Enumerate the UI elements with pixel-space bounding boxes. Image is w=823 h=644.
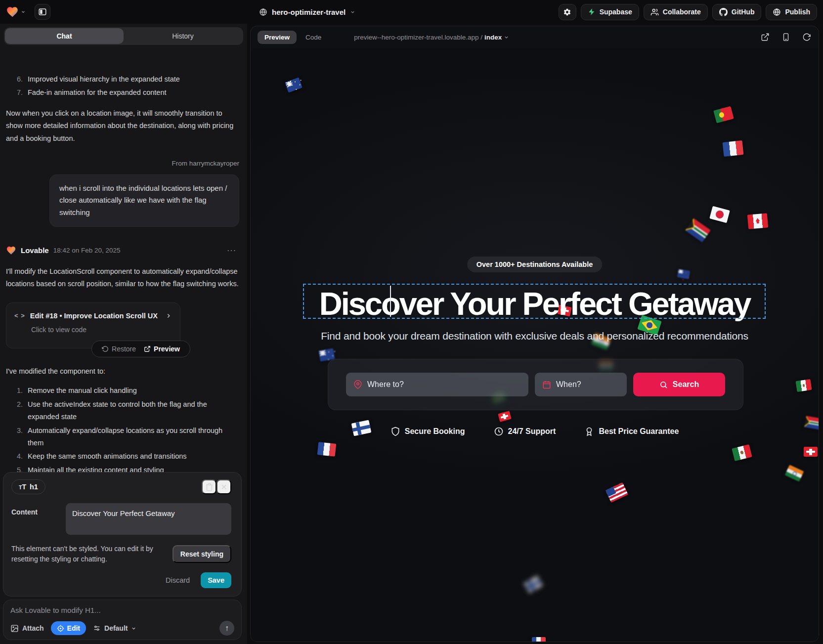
- edit-mode-button[interactable]: Edit: [51, 621, 86, 635]
- message-menu-button[interactable]: ···: [227, 244, 236, 258]
- refresh-button[interactable]: [802, 32, 812, 42]
- external-link-icon: [144, 345, 151, 352]
- feature-price-guarantee: Best Price Guarantee: [584, 427, 679, 436]
- search-button[interactable]: Search: [633, 373, 725, 396]
- tab-preview[interactable]: Preview: [258, 31, 297, 44]
- reset-styling-button[interactable]: Reset styling: [173, 545, 231, 563]
- flag-fi-icon: [523, 576, 543, 594]
- github-button[interactable]: GitHub: [712, 4, 762, 20]
- list-item: 3.Automatically expand/collapse location…: [6, 425, 239, 450]
- mobile-view-button[interactable]: [781, 32, 791, 42]
- save-button[interactable]: Save: [201, 572, 231, 588]
- model-selector[interactable]: Default: [93, 624, 136, 632]
- when-input[interactable]: When?: [535, 373, 627, 396]
- flag-pt-icon: [713, 106, 734, 123]
- content-label: Content: [11, 503, 59, 535]
- preview-viewport[interactable]: Over 1000+ Destinations Available Discov…: [251, 48, 819, 642]
- edit-card-subtitle: Click to view code: [31, 325, 172, 334]
- where-input[interactable]: Where to?: [346, 373, 528, 396]
- map-pin-icon: [353, 380, 362, 389]
- tab-history[interactable]: History: [124, 28, 242, 44]
- typography-icon: TT: [19, 483, 26, 491]
- supabase-bolt-icon: [588, 8, 596, 16]
- image-icon: [10, 624, 19, 633]
- phone-icon: [781, 33, 790, 42]
- shield-icon: [390, 427, 400, 436]
- tab-code[interactable]: Code: [299, 31, 328, 44]
- flag-fr-icon: [317, 442, 337, 457]
- settings-button[interactable]: [559, 4, 576, 20]
- tab-chat[interactable]: Chat: [5, 28, 124, 44]
- assistant-name: Lovable: [21, 244, 49, 257]
- preview-pane: Preview Code preview--hero-optimizer-tra…: [250, 26, 819, 642]
- logo-chevron-down-icon: [21, 9, 26, 14]
- restore-button[interactable]: Restore: [102, 343, 136, 355]
- assistant-paragraph: Now when you click on a location image, …: [6, 107, 239, 145]
- gear-icon: [563, 8, 571, 16]
- url-chevron-down-icon: [504, 35, 509, 40]
- publish-globe-icon: [773, 8, 781, 16]
- selection-outline: [303, 284, 766, 319]
- flag-au-icon: [285, 78, 303, 93]
- github-icon: [719, 8, 728, 16]
- destinations-badge: Over 1000+ Destinations Available: [467, 257, 602, 272]
- hero-subtitle[interactable]: Find and book your dream destination wit…: [251, 330, 819, 342]
- flag-us-icon: [606, 482, 628, 503]
- supabase-button[interactable]: Supabase: [581, 4, 639, 20]
- flag-nz-icon: [677, 269, 691, 279]
- feature-support: 24/7 Support: [494, 427, 556, 436]
- collaborate-button[interactable]: Collaborate: [644, 4, 708, 20]
- list-item: 4.Keep the same smooth animations and tr…: [6, 450, 239, 463]
- preview-toolbar: Preview Code preview--hero-optimizer-tra…: [251, 26, 819, 48]
- discard-button[interactable]: Discard: [166, 576, 190, 584]
- flag-fr-icon: [532, 637, 546, 642]
- restore-preview-pill: Restore Preview: [91, 341, 190, 357]
- flag-ch-icon: [804, 447, 818, 457]
- content-input[interactable]: Discover Your Perfect Getaway: [66, 503, 231, 535]
- preview-url[interactable]: preview--hero-optimizer-travel.lovable.a…: [354, 34, 509, 41]
- restore-icon: [102, 345, 109, 352]
- chat-scroll-area[interactable]: 6. Improved visual hierarchy in the expa…: [0, 67, 247, 496]
- attach-button[interactable]: Attach: [10, 624, 44, 633]
- chat-input[interactable]: [10, 606, 234, 614]
- preview-url-page: index: [484, 34, 502, 41]
- assistant-paragraph: I'll modify the LocationScroll component…: [6, 265, 239, 291]
- delete-element-button[interactable]: [202, 479, 217, 494]
- external-link-icon: [761, 33, 770, 42]
- open-in-new-tab-button[interactable]: [760, 32, 770, 42]
- composer-panel: Attach Edit Default ↑: [3, 600, 242, 640]
- project-name: hero-optimizer-travel: [272, 8, 346, 16]
- assistant-paragraph: I've modified the component to:: [6, 365, 239, 378]
- project-switcher[interactable]: hero-optimizer-travel: [259, 0, 355, 24]
- preview-button[interactable]: Preview: [144, 343, 180, 355]
- assistant-header: Lovable 18:42 on Feb 20, 2025 ···: [6, 244, 239, 258]
- features-row: Secure Booking 24/7 Support Best Price G…: [251, 427, 819, 436]
- flag-fr-icon: [723, 140, 744, 157]
- flag-mx-icon: [732, 444, 752, 461]
- search-panel: Where to? When? Search: [328, 359, 743, 410]
- edit-card-title: Edit #18 • Improve Location Scroll UX: [30, 310, 160, 322]
- trash-icon: [205, 483, 214, 491]
- element-tag-pill[interactable]: TT h1: [11, 479, 45, 494]
- calendar-icon: [542, 380, 551, 389]
- send-button[interactable]: ↑: [219, 621, 234, 636]
- list-item: 7. Fade-in animation for the expanded co…: [6, 86, 239, 99]
- chevron-right-icon: [165, 312, 172, 319]
- flag-ch-icon: [498, 411, 512, 422]
- close-editor-button[interactable]: ×: [217, 479, 231, 494]
- sidebar-tabs: Chat History: [4, 27, 243, 45]
- award-icon: [584, 427, 594, 436]
- lovable-logo-menu[interactable]: [6, 6, 26, 18]
- panel-left-icon: [38, 7, 47, 16]
- flag-in-icon: [785, 465, 804, 481]
- app-header: hero-optimizer-travel Supabase Collabora…: [0, 0, 823, 24]
- refresh-icon: [802, 33, 811, 42]
- element-tag-label: h1: [30, 483, 38, 491]
- flag-za-icon: [685, 218, 711, 243]
- publish-button[interactable]: Publish: [766, 4, 817, 20]
- target-icon: [57, 625, 64, 632]
- code-icon: < >: [14, 310, 25, 322]
- lovable-heart-icon: [6, 246, 16, 255]
- close-icon: ×: [221, 482, 227, 492]
- sidebar-toggle-button[interactable]: [35, 4, 50, 20]
